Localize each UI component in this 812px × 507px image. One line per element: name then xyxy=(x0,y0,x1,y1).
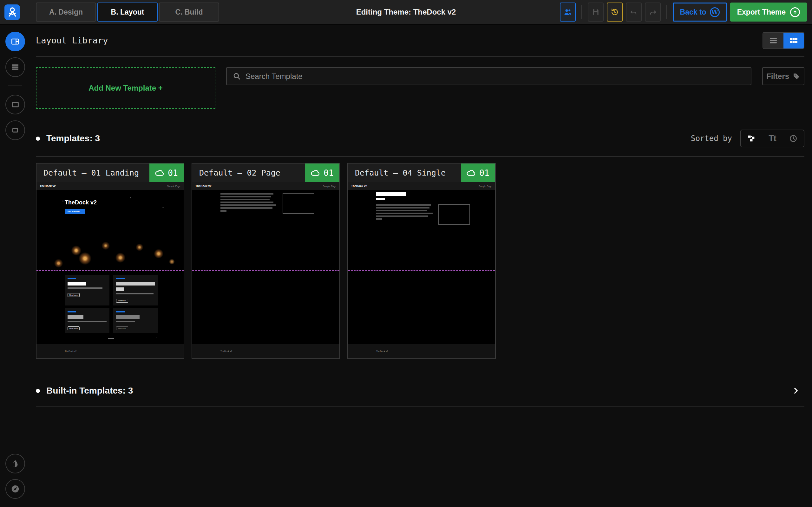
builtin-templates-section-header[interactable]: Built-in Templates: 3 xyxy=(36,375,804,406)
thumb-post-card: Read more xyxy=(65,308,109,333)
thumb-content-skeleton xyxy=(376,204,470,225)
templates-count: Templates: 3 xyxy=(36,133,100,144)
page-title: Layout Library xyxy=(36,36,108,45)
save-button[interactable] xyxy=(588,3,604,21)
thumb-below-fold xyxy=(192,271,339,344)
back-to-wordpress-button[interactable]: Back to W xyxy=(673,3,727,21)
history-clock-icon xyxy=(610,8,619,16)
thumb-footer-text: TheDock v2 xyxy=(65,350,77,352)
read-more-button: Read more xyxy=(116,326,128,330)
skeleton-line xyxy=(376,207,429,209)
template-card-page[interactable]: Default – 02 Page 01 TheDock v2 Sample P… xyxy=(192,163,340,359)
skeleton-lines xyxy=(376,204,433,220)
contrast-droplet-icon xyxy=(10,459,20,468)
badge-count: 01 xyxy=(168,168,177,178)
shell: Layout Library xyxy=(0,25,812,507)
thumb-post-card: Read more xyxy=(113,275,158,305)
skeleton-line xyxy=(376,210,427,211)
list-view-button[interactable] xyxy=(763,33,783,49)
history-button[interactable] xyxy=(607,3,623,21)
redo-button[interactable] xyxy=(645,3,661,21)
sidebar-item-explore[interactable] xyxy=(5,479,25,499)
card-header: Default – 04 Single 01 xyxy=(348,164,495,182)
filters-button[interactable]: Filters xyxy=(762,67,804,85)
skeleton-line xyxy=(220,202,273,203)
post-meta-bar xyxy=(376,198,385,200)
library-header: Layout Library xyxy=(36,25,804,57)
topbar-divider xyxy=(666,5,667,19)
cloud-icon xyxy=(155,170,165,176)
back-label: Back to xyxy=(680,8,706,16)
sort-by-date-button[interactable] xyxy=(783,130,804,147)
step-tabs: A. Design B. Layout C. Build xyxy=(36,3,219,21)
sync-count-badge: 01 xyxy=(461,164,495,182)
collaborators-button[interactable] xyxy=(560,3,576,21)
users-icon xyxy=(563,8,572,16)
thumb-hero-content: TheDock v2 Get Started → xyxy=(65,199,97,214)
sort-by-name-button[interactable]: Tt xyxy=(762,130,783,147)
tab-build[interactable]: C. Build xyxy=(159,3,219,21)
filters-label: Filters xyxy=(766,72,789,81)
post-category-bar xyxy=(116,311,125,313)
clock-icon xyxy=(789,134,798,143)
add-new-template-button[interactable]: Add New Template + xyxy=(36,67,215,109)
app-logo[interactable] xyxy=(4,4,20,20)
thumb-hero-title: TheDock v2 xyxy=(65,199,97,206)
bullet-icon xyxy=(36,389,40,393)
export-up-arrow-icon xyxy=(790,7,800,17)
thumb-pagination-bar xyxy=(65,337,157,340)
thumb-nav-link: Sample Page xyxy=(167,185,181,187)
sort-by-hierarchy-button[interactable] xyxy=(741,130,762,147)
skeleton-line xyxy=(220,205,276,206)
post-excerpt-line xyxy=(116,293,154,294)
card-header: Default – 02 Page 01 xyxy=(192,164,339,182)
post-image-box xyxy=(116,287,124,291)
sidebar-item-contrast[interactable] xyxy=(5,454,25,473)
sort-buttons: Tt xyxy=(740,130,804,147)
tab-design[interactable]: A. Design xyxy=(36,3,96,21)
template-card-grid: Default – 01 Landing 01 TheDock v2 Sampl… xyxy=(36,163,804,359)
templates-section-header: Templates: 3 Sorted by xyxy=(36,130,804,157)
thumb-post-card: Read more xyxy=(65,275,109,305)
thumb-post-card: Read more xyxy=(113,308,158,333)
editing-theme-title: Editing Theme: TheDock v2 xyxy=(356,8,456,16)
library-toolbar: Add New Template + Filters xyxy=(36,67,804,109)
layout-library-icon xyxy=(10,37,20,46)
topbar: A. Design B. Layout C. Build Editing The… xyxy=(0,0,812,25)
skeleton-line xyxy=(220,199,270,200)
sync-count-badge: 01 xyxy=(149,164,184,182)
badge-count: 01 xyxy=(479,168,489,178)
topbar-divider xyxy=(581,5,582,19)
redo-icon xyxy=(649,8,657,16)
grid-view-icon xyxy=(790,37,798,44)
post-title-bar xyxy=(67,282,86,285)
search-box xyxy=(226,67,751,85)
chevron-right-icon[interactable] xyxy=(792,387,800,395)
thumb-below-fold: Read more Read more xyxy=(37,271,184,344)
card-title: Default – 02 Page xyxy=(192,168,305,177)
post-category-bar xyxy=(67,278,76,279)
template-thumbnail: TheDock v2 Sample Page xyxy=(192,182,339,358)
template-card-landing[interactable]: Default – 01 Landing 01 TheDock v2 Sampl… xyxy=(36,163,184,359)
post-excerpt-line xyxy=(67,321,107,322)
template-thumbnail: TheDock v2 Sample Page TheDock v2 Get St… xyxy=(37,182,184,358)
sidebar-item-layout-library[interactable] xyxy=(5,32,25,51)
sidebar-item-desktop[interactable] xyxy=(5,95,25,114)
skeleton-line xyxy=(376,216,428,217)
skeleton-line xyxy=(376,204,431,206)
read-more-button: Read more xyxy=(67,326,80,330)
undo-button[interactable] xyxy=(626,3,642,21)
sidebar-item-list[interactable] xyxy=(5,57,25,77)
sidebar-item-laptop[interactable] xyxy=(5,120,25,140)
skeleton-line xyxy=(376,213,433,214)
thumb-footer-text: TheDock v2 xyxy=(376,350,388,352)
tab-layout[interactable]: B. Layout xyxy=(97,3,158,21)
export-theme-button[interactable]: Export Theme xyxy=(730,3,807,21)
grid-view-button[interactable] xyxy=(783,33,804,49)
search-input[interactable] xyxy=(246,72,745,81)
post-excerpt-line xyxy=(116,321,135,322)
template-thumbnail: TheDock v2 Sample Page xyxy=(348,182,495,358)
template-card-single[interactable]: Default – 04 Single 01 TheDock v2 Sample… xyxy=(347,163,496,359)
thumb-post-grid: Read more Read more xyxy=(65,275,158,340)
topbar-actions: Back to W Export Theme xyxy=(560,3,812,21)
